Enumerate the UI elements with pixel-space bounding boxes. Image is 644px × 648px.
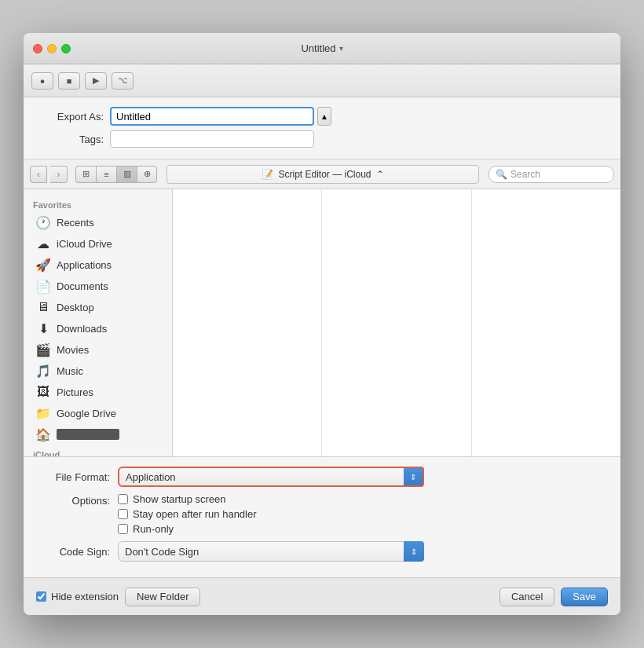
sidebar-item-music[interactable]: 🎵 Music [27, 361, 169, 381]
file-format-row: File Format: Application Script Script B… [39, 467, 605, 487]
file-column-3 [472, 189, 620, 456]
button-bar: Hide extension New Folder Cancel Save [24, 577, 620, 615]
record-button[interactable]: ● [31, 72, 53, 90]
stay-open-checkbox[interactable] [118, 509, 128, 519]
file-column-2 [322, 189, 471, 456]
movies-icon: 🎬 [36, 342, 50, 357]
options-label: Options: [39, 493, 118, 507]
sidebar-item-google-drive[interactable]: 📁 Google Drive [27, 403, 169, 423]
recents-icon: 🕐 [36, 215, 50, 229]
option-startup-row: Show startup screen [118, 493, 257, 505]
downloads-icon: ⬇ [36, 321, 50, 335]
title-bar: Untitled ▾ [24, 33, 620, 64]
icloud-section-label: iCloud [24, 445, 172, 456]
view-controls: ⊞ ≡ ▥ ⊕ [75, 166, 157, 183]
minimize-button[interactable] [47, 44, 57, 53]
sidebar-item-google-drive-label: Google Drive [57, 408, 116, 419]
location-bar[interactable]: 📝 Script Editor — iCloud ⌃ [166, 165, 479, 184]
media-toolbar: ● ■ ▶ ⌥ [24, 64, 620, 97]
sidebar-item-documents-label: Documents [57, 280, 108, 292]
tags-row: Tags: [39, 130, 605, 148]
bottom-panel: File Format: Application Script Script B… [24, 456, 620, 577]
hide-extension-checkbox[interactable] [36, 591, 46, 602]
new-folder-button[interactable]: New Folder [125, 588, 200, 606]
stop-button[interactable]: ■ [58, 72, 80, 90]
export-as-row: Export As: ▲ [39, 107, 605, 126]
code-sign-select[interactable]: Don't Code Sign [118, 541, 424, 562]
sidebar-item-desktop[interactable]: 🖥 Desktop [27, 297, 169, 317]
music-icon: 🎵 [36, 364, 50, 378]
favorites-label: Favorites [24, 196, 172, 211]
option-stay-open-row: Stay open after run handler [118, 508, 257, 520]
export-as-label: Export As: [39, 111, 110, 123]
column-view-button[interactable]: ▥ [116, 166, 137, 183]
gallery-view-button[interactable]: ⊕ [137, 166, 157, 183]
code-sign-select-wrapper: Don't Code Sign ⇕ [118, 541, 424, 562]
documents-icon: 📄 [36, 279, 50, 293]
forward-button[interactable]: › [50, 166, 68, 183]
location-icon: 📝 [262, 169, 273, 180]
file-format-select-wrapper: Application Script Script Bundle ⇕ [118, 467, 424, 487]
option-run-only-row: Run-only [118, 523, 257, 535]
save-label: Save [573, 591, 596, 602]
sidebar-item-pictures-label: Pictures [57, 386, 93, 398]
list-view-button[interactable]: ≡ [96, 166, 116, 183]
search-placeholder: Search [510, 169, 540, 180]
code-sign-label: Code Sign: [39, 546, 118, 558]
sidebar-item-recents-label: Recents [57, 217, 94, 229]
options-row: Options: Show startup screen Stay open a… [39, 493, 605, 535]
applications-icon: 🚀 [36, 258, 50, 272]
stay-open-label: Stay open after run handler [133, 508, 257, 520]
code-sign-row: Code Sign: Don't Code Sign ⇕ [39, 541, 605, 562]
export-as-input[interactable] [110, 107, 314, 126]
sidebar-item-music-label: Music [57, 365, 83, 377]
file-format-select[interactable]: Application Script Script Bundle [118, 467, 424, 487]
export-area: Export As: ▲ Tags: [24, 97, 620, 159]
sidebar-item-movies-label: Movies [57, 344, 89, 356]
sidebar-item-downloads[interactable]: ⬇ Downloads [27, 318, 169, 339]
icloud-drive-icon: ☁ [36, 236, 50, 251]
sidebar-item-home[interactable]: 🏠 [27, 424, 169, 445]
search-icon: 🔍 [496, 169, 507, 180]
maximize-button[interactable] [61, 44, 71, 53]
sidebar-item-documents[interactable]: 📄 Documents [27, 276, 169, 296]
sidebar-item-applications-label: Applications [57, 259, 112, 271]
show-startup-checkbox[interactable] [118, 494, 128, 504]
main-window: Untitled ▾ ● ■ ▶ ⌥ Export As: ▲ Tags: ‹ … [24, 33, 620, 615]
sidebar: Favorites 🕐 Recents ☁ iCloud Drive 🚀 App… [24, 189, 173, 456]
sidebar-item-pictures[interactable]: 🖼 Pictures [27, 382, 169, 402]
close-button[interactable] [33, 44, 42, 53]
run-only-checkbox[interactable] [118, 524, 128, 534]
cancel-button[interactable]: Cancel [499, 588, 554, 606]
sidebar-item-icloud-drive[interactable]: ☁ iCloud Drive [27, 233, 169, 254]
icon-view-button[interactable]: ⊞ [75, 166, 96, 183]
main-content: Favorites 🕐 Recents ☁ iCloud Drive 🚀 App… [24, 189, 620, 456]
sidebar-item-applications[interactable]: 🚀 Applications [27, 254, 169, 275]
sidebar-item-recents[interactable]: 🕐 Recents [27, 212, 169, 232]
options-checkboxes: Show startup screen Stay open after run … [118, 493, 257, 535]
search-box[interactable]: 🔍 Search [488, 166, 614, 183]
google-drive-icon: 📁 [36, 406, 50, 420]
file-column-1 [173, 189, 322, 456]
file-browser [173, 189, 620, 456]
pictures-icon: 🖼 [36, 385, 50, 399]
cancel-label: Cancel [511, 591, 543, 602]
hide-extension-label: Hide extension [51, 591, 119, 602]
home-label-redacted [57, 429, 119, 440]
save-button[interactable]: Save [561, 588, 608, 606]
desktop-icon: 🖥 [36, 300, 50, 314]
file-format-label: File Format: [39, 471, 118, 483]
title-text: Untitled [301, 42, 335, 54]
sidebar-item-movies[interactable]: 🎬 Movies [27, 339, 169, 360]
hide-extension-container: Hide extension [36, 591, 119, 602]
tags-input[interactable] [110, 130, 314, 148]
back-button[interactable]: ‹ [30, 166, 47, 183]
export-chevron[interactable]: ▲ [317, 107, 331, 126]
new-folder-label: New Folder [137, 591, 188, 602]
title-dropdown-arrow: ▾ [339, 44, 343, 53]
window-title[interactable]: Untitled ▾ [301, 42, 342, 54]
home-icon: 🏠 [36, 427, 50, 441]
terminal-button[interactable]: ⌥ [112, 72, 134, 90]
location-text: Script Editor — iCloud [278, 169, 371, 180]
play-button[interactable]: ▶ [85, 72, 107, 90]
